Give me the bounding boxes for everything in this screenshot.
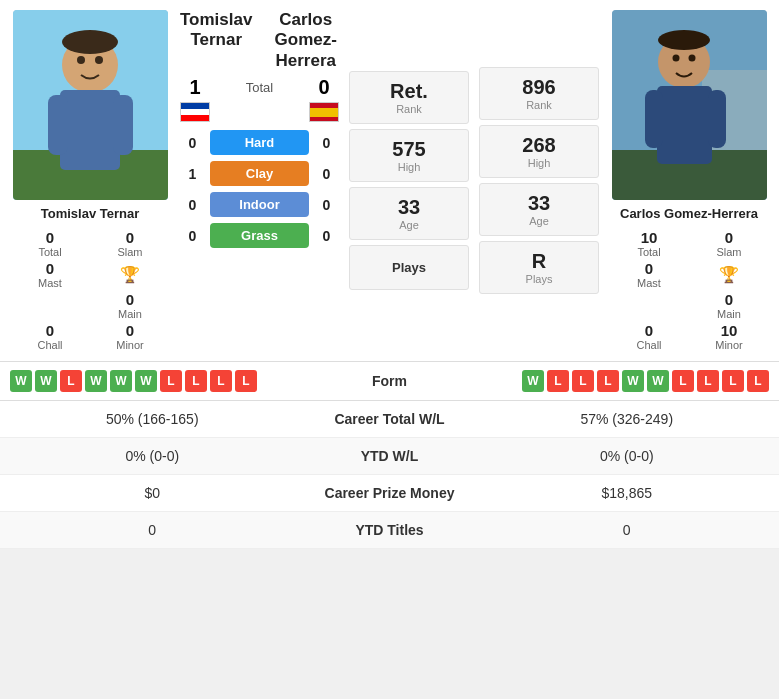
center-col: Tomislav Ternar Carlos Gomez- Herrera 1 … (175, 0, 344, 361)
left-center-name: Tomislav Ternar (180, 10, 252, 71)
form-badge-l: L (210, 370, 232, 392)
svg-rect-13 (657, 86, 712, 164)
right-form-badges: WLLLWWLLLL (450, 370, 770, 392)
form-badge-l: L (160, 370, 182, 392)
form-badge-w: W (622, 370, 644, 392)
left-stat-total: 0 Total (15, 229, 85, 258)
surface-indoor-row: 0 Indoor 0 (180, 192, 339, 217)
surface-clay-row: 1 Clay 0 (180, 161, 339, 186)
right-stat-main: 0 Main (694, 291, 764, 320)
left-age-box: 33 Age (349, 187, 469, 240)
svg-point-17 (688, 55, 695, 62)
left-trophy-icon: 🏆 (95, 260, 165, 289)
right-player-col: Carlos Gomez-Herrera 10 Total 0 Slam 0 M… (604, 0, 779, 361)
svg-point-7 (95, 56, 103, 64)
left-player-col: Tomislav Ternar 0 Total 0 Slam 0 Mast 🏆 (0, 0, 175, 361)
right-stat-slam: 0 Slam (694, 229, 764, 258)
left-flag (180, 102, 210, 122)
left-stat-mast: 0 Mast (15, 260, 85, 289)
form-badge-l: L (235, 370, 257, 392)
left-high-box: 575 High (349, 129, 469, 182)
right-player-name: Carlos Gomez-Herrera (620, 206, 758, 221)
form-badge-l: L (697, 370, 719, 392)
right-player-photo (612, 10, 767, 200)
left-player-stats: 0 Total 0 Slam 0 Mast 🏆 0 Main (10, 229, 170, 351)
form-badge-l: L (547, 370, 569, 392)
stats-table: 50% (166-165) Career Total W/L 57% (326-… (0, 401, 779, 549)
form-badge-l: L (185, 370, 207, 392)
form-label: Form (330, 373, 450, 389)
form-badge-w: W (110, 370, 132, 392)
svg-rect-15 (708, 90, 726, 148)
left-stat-chall: 0 Chall (15, 322, 85, 351)
prize-row: $0 Career Prize Money $18,865 (0, 475, 779, 512)
surface-hard-btn[interactable]: Hard (210, 130, 309, 155)
surface-grass-row: 0 Grass 0 (180, 223, 339, 248)
right-age-box: 33 Age (479, 183, 599, 236)
right-rank-box: 896 Rank (479, 67, 599, 120)
svg-rect-4 (48, 95, 68, 155)
career-wl-row: 50% (166-165) Career Total W/L 57% (326-… (0, 401, 779, 438)
total-score-row: 1 Total 0 (180, 76, 339, 99)
titles-row: 0 YTD Titles 0 (0, 512, 779, 549)
form-badge-l: L (672, 370, 694, 392)
left-stat-main: 0 Main (95, 291, 165, 320)
player-names-wrapper: Tomislav Ternar Carlos Gomez- Herrera (180, 10, 339, 71)
svg-point-16 (672, 55, 679, 62)
form-badge-w: W (135, 370, 157, 392)
surface-grass-btn[interactable]: Grass (210, 223, 309, 248)
left-stat-slam: 0 Slam (95, 229, 165, 258)
form-badge-l: L (597, 370, 619, 392)
top-comparison: Tomislav Ternar 0 Total 0 Slam 0 Mast 🏆 (0, 0, 779, 361)
svg-point-6 (77, 56, 85, 64)
form-badge-l: L (747, 370, 769, 392)
svg-rect-14 (645, 90, 663, 148)
form-badge-l: L (60, 370, 82, 392)
right-stat-chall: 0 Chall (614, 322, 684, 351)
right-center-name: Carlos Gomez- Herrera (272, 10, 339, 71)
left-center-stats-col: Ret. Rank 575 High 33 Age Plays (344, 0, 474, 361)
form-badge-w: W (35, 370, 57, 392)
main-container: Tomislav Ternar 0 Total 0 Slam 0 Mast 🏆 (0, 0, 779, 549)
right-high-box: 268 High (479, 125, 599, 178)
left-form-badges: WWLWWWLLLL (10, 370, 330, 392)
right-flag (309, 102, 339, 122)
form-section: WWLWWWLLLL Form WLLLWWLLLL (0, 361, 779, 401)
surface-hard-row: 0 Hard 0 (180, 130, 339, 155)
svg-point-8 (62, 30, 118, 54)
form-badge-w: W (10, 370, 32, 392)
right-center-stats-col: 896 Rank 268 High 33 Age R Plays (474, 0, 604, 361)
form-badge-w: W (647, 370, 669, 392)
left-rank-box: Ret. Rank (349, 71, 469, 124)
right-player-stats: 10 Total 0 Slam 0 Mast 🏆 0 Main (609, 229, 769, 351)
ytd-wl-row: 0% (0-0) YTD W/L 0% (0-0) (0, 438, 779, 475)
svg-point-18 (658, 30, 710, 50)
form-badge-w: W (85, 370, 107, 392)
left-player-photo (13, 10, 168, 200)
form-badge-w: W (522, 370, 544, 392)
surface-indoor-btn[interactable]: Indoor (210, 192, 309, 217)
left-plays-box: Plays (349, 245, 469, 290)
left-stat-minor: 0 Minor (95, 322, 165, 351)
form-badge-l: L (572, 370, 594, 392)
right-stat-mast: 0 Mast (614, 260, 684, 289)
svg-rect-5 (113, 95, 133, 155)
right-plays-box: R Plays (479, 241, 599, 294)
right-stat-total: 10 Total (614, 229, 684, 258)
flags-row (180, 102, 339, 122)
right-trophy-icon: 🏆 (694, 260, 764, 289)
surface-clay-btn[interactable]: Clay (210, 161, 309, 186)
right-stat-minor: 10 Minor (694, 322, 764, 351)
left-player-name: Tomislav Ternar (41, 206, 140, 221)
form-badge-l: L (722, 370, 744, 392)
svg-rect-3 (60, 90, 120, 170)
